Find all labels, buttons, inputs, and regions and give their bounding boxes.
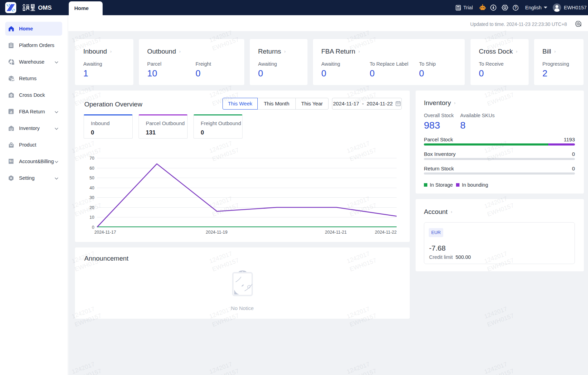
svg-text:70: 70 [89,156,94,161]
svg-text:2024-11-17: 2024-11-17 [94,230,116,235]
svg-text:60: 60 [89,166,94,171]
svg-text:OMS: OMS [38,4,52,11]
svg-text:0: 0 [92,225,94,230]
svg-text:40: 40 [89,186,94,190]
svg-text:?: ? [514,6,516,10]
svg-text:10: 10 [89,215,94,220]
svg-text:2024-11-21: 2024-11-21 [325,230,347,235]
svg-text:$: $ [9,159,11,163]
svg-text:a: a [10,109,12,113]
svg-text:2024-11-19: 2024-11-19 [206,230,227,235]
svg-text:2024-11-22: 2024-11-22 [375,230,397,235]
svg-text:50: 50 [89,176,94,180]
svg-text:30: 30 [89,195,94,200]
svg-text:20: 20 [89,205,94,210]
